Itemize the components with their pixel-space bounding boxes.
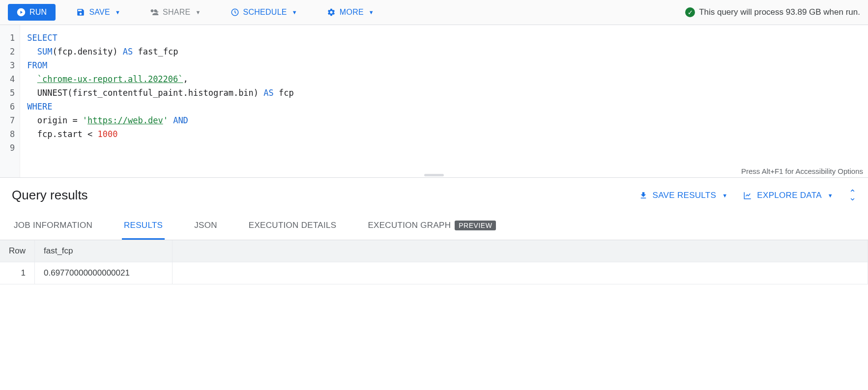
dropdown-icon: ▼ bbox=[195, 9, 201, 15]
tab-execution-graph-label: EXECUTION GRAPH bbox=[368, 221, 451, 230]
tab-execution-details[interactable]: EXECUTION DETAILS bbox=[247, 213, 339, 240]
results-header: Query results SAVE RESULTS ▼ EXPLORE DAT… bbox=[0, 178, 868, 213]
results-table: Row fast_fcp 10.69770000000000021 bbox=[0, 240, 868, 284]
query-toolbar: RUN SAVE ▼ SHARE ▼ SCHEDULE ▼ MORE ▼ ✓ T… bbox=[0, 0, 868, 25]
header-empty bbox=[173, 240, 868, 262]
table-row[interactable]: 10.69770000000000021 bbox=[0, 262, 868, 284]
save-icon bbox=[76, 8, 85, 17]
tab-job-information[interactable]: JOB INFORMATION bbox=[12, 213, 94, 240]
save-results-label: SAVE RESULTS bbox=[653, 191, 717, 200]
tab-results[interactable]: RESULTS bbox=[122, 213, 165, 240]
tab-json[interactable]: JSON bbox=[192, 213, 219, 240]
accessibility-hint: Press Alt+F1 for Accessibility Options bbox=[741, 167, 863, 175]
query-status: ✓ This query will process 93.89 GB when … bbox=[685, 7, 860, 17]
run-label: RUN bbox=[29, 8, 47, 17]
run-button[interactable]: RUN bbox=[8, 4, 56, 21]
gear-icon bbox=[327, 8, 336, 17]
schedule-label: SCHEDULE bbox=[243, 8, 287, 17]
more-button[interactable]: MORE ▼ bbox=[318, 4, 383, 21]
share-button[interactable]: SHARE ▼ bbox=[141, 4, 210, 21]
save-results-button[interactable]: SAVE RESULTS ▼ bbox=[639, 191, 728, 200]
results-tabs: JOB INFORMATION RESULTS JSON EXECUTION D… bbox=[0, 213, 868, 240]
dropdown-icon: ▼ bbox=[828, 193, 833, 198]
chevron-down-icon: ⌄ bbox=[849, 195, 856, 200]
results-title: Query results bbox=[12, 188, 88, 203]
explore-data-label: EXPLORE DATA bbox=[757, 191, 821, 200]
sql-editor[interactable]: 123456789 SELECT SUM(fcp.density) AS fas… bbox=[0, 25, 868, 177]
share-icon bbox=[150, 8, 159, 17]
expand-collapse-button[interactable]: ⌃ ⌄ bbox=[849, 191, 856, 200]
cell-row-number: 1 bbox=[0, 262, 35, 284]
dropdown-icon: ▼ bbox=[369, 9, 374, 15]
dropdown-icon: ▼ bbox=[292, 9, 297, 15]
play-icon bbox=[17, 8, 26, 17]
check-icon: ✓ bbox=[685, 7, 695, 17]
header-row: Row bbox=[0, 240, 35, 262]
tab-execution-graph[interactable]: EXECUTION GRAPH PREVIEW bbox=[366, 213, 498, 240]
download-icon bbox=[639, 191, 648, 200]
line-gutter: 123456789 bbox=[0, 25, 20, 177]
schedule-button[interactable]: SCHEDULE ▼ bbox=[222, 4, 306, 21]
save-button[interactable]: SAVE ▼ bbox=[67, 4, 129, 21]
dropdown-icon: ▼ bbox=[722, 193, 727, 198]
header-fast-fcp: fast_fcp bbox=[35, 240, 173, 262]
table-header-row: Row fast_fcp bbox=[0, 240, 868, 262]
preview-badge: PREVIEW bbox=[455, 221, 496, 230]
share-label: SHARE bbox=[163, 8, 190, 17]
explore-data-button[interactable]: EXPLORE DATA ▼ bbox=[743, 191, 833, 200]
chart-icon bbox=[743, 191, 752, 200]
cell-empty bbox=[173, 262, 868, 284]
dropdown-icon: ▼ bbox=[115, 9, 120, 15]
more-label: MORE bbox=[340, 8, 364, 17]
status-text: This query will process 93.89 GB when ru… bbox=[699, 7, 860, 17]
code-area[interactable]: SELECT SUM(fcp.density) AS fast_fcp FROM… bbox=[20, 25, 868, 177]
save-label: SAVE bbox=[89, 8, 110, 17]
schedule-icon bbox=[231, 8, 239, 17]
resize-handle[interactable] bbox=[424, 174, 444, 176]
cell-fast-fcp: 0.69770000000000021 bbox=[35, 262, 173, 284]
